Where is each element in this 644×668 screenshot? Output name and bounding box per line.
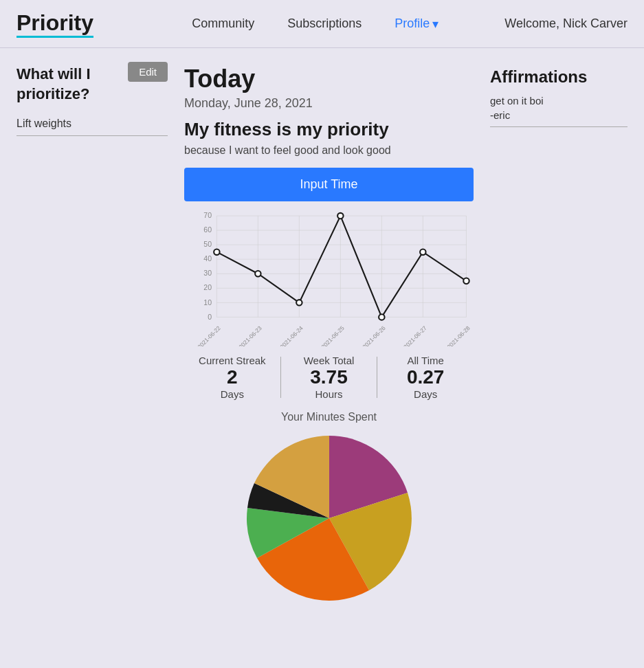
main-layout: What will I prioritize? Edit Lift weight… [0, 48, 644, 624]
input-time-button[interactable]: Input Time [184, 168, 474, 201]
welcome-text: Welcome, Nick Carver [504, 16, 628, 31]
nav-community[interactable]: Community [192, 16, 254, 31]
navbar: Priority Community Subscriptions Profile… [0, 0, 644, 48]
priority-reason: because I want to feel good and look goo… [184, 144, 474, 157]
svg-text:2021-06-26: 2021-06-26 [361, 324, 387, 346]
stat-all-time: All Time 0.27 Days [377, 355, 474, 400]
chart-svg: 0 10 20 30 40 50 60 70 [184, 201, 474, 346]
stats-row: Current Streak 2 Days Week Total 3.75 Ho… [184, 355, 474, 400]
svg-text:50: 50 [203, 240, 212, 248]
nav-links: Community Subscriptions Profile ▾ Welcom… [192, 16, 628, 32]
current-streak-value: 2 [184, 366, 280, 388]
svg-text:70: 70 [203, 211, 212, 219]
svg-text:60: 60 [203, 225, 212, 234]
svg-point-23 [214, 249, 219, 254]
all-time-unit: Days [377, 388, 474, 400]
week-total-label: Week Total [281, 355, 377, 366]
svg-text:2021-06-25: 2021-06-25 [320, 324, 346, 346]
stat-current-streak: Current Streak 2 Days [184, 355, 280, 400]
nav-profile[interactable]: Profile ▾ [395, 16, 438, 32]
svg-text:2021-06-28: 2021-06-28 [445, 324, 471, 346]
chevron-down-icon: ▾ [432, 16, 438, 32]
svg-text:30: 30 [203, 269, 212, 277]
app-logo[interactable]: Priority [16, 10, 93, 38]
nav-subscriptions[interactable]: Subscriptions [287, 16, 362, 31]
svg-point-27 [379, 314, 384, 320]
svg-point-26 [337, 213, 343, 219]
center-panel: Today Monday, June 28, 2021 My fitness i… [184, 65, 474, 608]
stat-week-total: Week Total 3.75 Hours [281, 355, 377, 400]
sidebar: What will I prioritize? Edit Lift weight… [16, 65, 168, 608]
week-total-value: 3.75 [281, 366, 377, 388]
affirmation-author: -eric [490, 109, 628, 127]
all-time-value: 0.27 [377, 366, 474, 388]
all-time-label: All Time [377, 355, 474, 366]
svg-point-24 [255, 271, 260, 276]
affirmations-panel: Affirmations get on it boi -eric [490, 65, 628, 608]
svg-text:2021-06-23: 2021-06-23 [237, 324, 263, 346]
svg-text:2021-06-22: 2021-06-22 [196, 324, 222, 346]
svg-text:20: 20 [203, 283, 212, 291]
today-date: Monday, June 28, 2021 [184, 96, 474, 111]
affirmation-text: get on it boi [490, 95, 628, 107]
pie-chart-title: Your Minutes Spent [184, 411, 474, 423]
week-total-unit: Hours [281, 388, 377, 400]
pie-chart-container [184, 429, 474, 608]
current-streak-label: Current Streak [184, 355, 280, 366]
sidebar-question: What will I prioritize? [16, 65, 128, 104]
current-streak-unit: Days [184, 388, 280, 400]
svg-text:2021-06-24: 2021-06-24 [278, 324, 304, 346]
sidebar-priority-item: Lift weights [16, 118, 168, 136]
svg-text:0: 0 [208, 313, 212, 321]
edit-button[interactable]: Edit [128, 62, 168, 82]
svg-text:2021-06-27: 2021-06-27 [402, 324, 428, 346]
svg-point-29 [463, 278, 469, 284]
pie-chart-svg [212, 429, 446, 608]
line-chart: 0 10 20 30 40 50 60 70 [184, 201, 474, 349]
svg-point-25 [296, 300, 302, 305]
svg-text:40: 40 [203, 254, 212, 263]
today-title: Today [184, 65, 474, 93]
priority-statement: My fitness is my priority [184, 119, 474, 140]
svg-text:10: 10 [203, 298, 212, 307]
svg-point-28 [420, 249, 425, 254]
affirmations-title: Affirmations [490, 67, 628, 87]
